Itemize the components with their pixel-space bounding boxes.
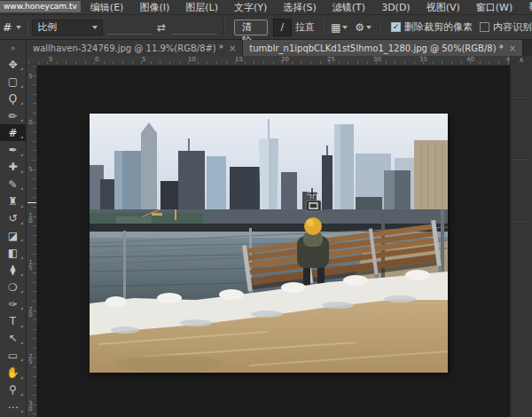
ruler-label: 5 — [27, 167, 34, 172]
straighten-button[interactable]: ∕ — [273, 19, 292, 36]
grid-overlay-icon: ▦ — [331, 21, 340, 34]
delete-cropped-pixels-checkbox[interactable]: ✓ 删除裁剪的像素 — [391, 20, 473, 34]
chevron-down-icon — [342, 26, 348, 29]
ruler-label: 5 — [142, 56, 145, 63]
crop-cursor-badge — [306, 201, 321, 211]
menu-item[interactable]: 编辑(E) — [82, 1, 132, 14]
ruler-label: 0 — [95, 56, 98, 63]
menu-item[interactable]: 图层(L) — [177, 1, 226, 14]
menu-item[interactable]: 视图(V) — [419, 1, 468, 14]
hand-tool[interactable]: ✋ — [0, 364, 26, 381]
shape-tool[interactable]: ▭ — [0, 347, 26, 364]
brush-tool[interactable]: ✎ — [0, 176, 26, 193]
type-tool[interactable]: T — [0, 312, 26, 329]
divider — [379, 20, 380, 35]
blur-tool[interactable]: ⧫ — [0, 262, 26, 279]
dodge-tool[interactable]: ❍ — [0, 279, 26, 295]
menu-item[interactable]: 帮助(H) — [520, 1, 532, 14]
panel-divider — [512, 96, 530, 98]
checkbox-checked-icon: ✓ — [391, 22, 401, 32]
crop-tool[interactable]: # — [0, 124, 26, 141]
path-selection-tool[interactable]: ↖ — [0, 330, 26, 347]
close-icon[interactable]: × — [229, 43, 236, 53]
panel-dock-strip — [510, 56, 532, 417]
clone-stamp-tool[interactable]: ♜ — [0, 193, 26, 209]
ruler-cursor-marker — [27, 202, 36, 203]
document-tab-title: tumblr_n1ipqbCLKd1st5lhmo1_1280.jpg @ 50… — [249, 43, 503, 53]
healing-brush-tool[interactable]: ✚ — [0, 159, 26, 176]
menu-items: 编辑(E)图像(I)图层(L)文字(Y)选择(S)滤镜(T)3D(D)视图(V)… — [82, 0, 532, 14]
menu-item[interactable]: 图像(I) — [131, 1, 177, 14]
photo-canvas[interactable] — [90, 114, 448, 373]
content-aware-checkbox[interactable]: 内容识别 — [480, 20, 532, 34]
divider — [223, 20, 225, 35]
chevron-down-icon — [92, 26, 98, 29]
lasso-tool[interactable]: Ϙ — [0, 90, 26, 107]
edit-toolbar[interactable]: ⋯ — [0, 398, 26, 415]
document-tabs: wallhaven-324769.jpg @ 11.9%(RGB/8#) * ×… — [27, 40, 523, 56]
content-aware-label: 内容识别 — [493, 20, 532, 34]
photoshop-window: www.honeycam.tv 编辑(E)图像(I)图层(L)文字(Y)选择(S… — [0, 0, 532, 417]
yellow-beanie — [304, 217, 322, 235]
clear-button[interactable]: 清除 — [234, 20, 267, 35]
ruler-label: 25 — [27, 354, 34, 365]
quick-selection-tool[interactable]: ✏ — [0, 107, 26, 124]
panel-divider — [512, 158, 530, 160]
ruler-label: 40 — [466, 56, 474, 63]
ruler-label: 10 — [27, 213, 34, 224]
ruler-label: 35 — [419, 56, 427, 63]
swap-dimensions-icon[interactable]: ⇄ — [157, 21, 166, 34]
crop-settings-button[interactable]: ⚙ — [355, 21, 372, 34]
ruler-label: 20 — [281, 56, 289, 63]
document-tab[interactable]: tumblr_n1ipqbCLKd1st5lhmo1_1280.jpg @ 50… — [243, 40, 523, 56]
crop-icon: # — [3, 20, 12, 34]
canvas-pasteboard — [37, 66, 510, 417]
zoom-tool[interactable]: ⚲ — [0, 382, 26, 398]
menu-item[interactable]: 窗口(W) — [468, 1, 520, 14]
menu-item[interactable]: 滤镜(T) — [325, 1, 373, 14]
horizontal-ruler[interactable]: 5051015202530354045 — [27, 56, 510, 66]
menu-item[interactable]: 选择(S) — [275, 1, 325, 14]
marquee-tool[interactable]: ▢ — [0, 73, 26, 90]
chevron-down-icon — [16, 26, 21, 29]
ruler-label: 5 — [27, 74, 34, 79]
document-tab-bar: » wallhaven-324769.jpg @ 11.9%(RGB/8#) *… — [0, 40, 532, 56]
crop-height-field[interactable] — [171, 20, 216, 35]
ruler-label: 5 — [49, 56, 52, 63]
move-tool[interactable]: ✥ — [0, 56, 26, 73]
ruler-label: 15 — [27, 260, 34, 271]
crop-ratio-value: 比例 — [37, 20, 57, 34]
ruler-label: 25 — [327, 56, 335, 63]
eraser-tool[interactable]: ◪ — [0, 227, 26, 244]
dock-collapse-button[interactable]: ∧ — [515, 55, 528, 65]
crop-tool-options-button[interactable]: # — [0, 20, 24, 34]
history-brush-tool[interactable]: ↺ — [0, 210, 26, 227]
panel-divider — [512, 220, 530, 222]
checkbox-unchecked-icon — [480, 22, 489, 32]
ruler-label: 0 — [27, 120, 34, 125]
gradient-tool[interactable]: ◧ — [0, 244, 26, 261]
eyedropper-tool[interactable]: ✒ — [0, 141, 26, 158]
menu-item[interactable]: 文字(Y) — [226, 1, 275, 14]
divider — [322, 20, 324, 35]
document-tab[interactable]: wallhaven-324769.jpg @ 11.9%(RGB/8#) * × — [27, 40, 243, 56]
straighten-icon: ∕ — [281, 21, 285, 33]
crop-width-field[interactable] — [106, 20, 152, 35]
watermark: www.honeycam.tv — [0, 1, 81, 12]
close-icon[interactable]: × — [509, 43, 516, 53]
divider — [27, 20, 29, 35]
crane — [152, 213, 162, 216]
document-tab-title: wallhaven-324769.jpg @ 11.9%(RGB/8#) * — [33, 43, 223, 53]
vertical-ruler[interactable]: 5051015202530 — [27, 66, 37, 417]
menu-item[interactable]: 3D(D) — [373, 2, 419, 13]
menu-bar: www.honeycam.tv 编辑(E)图像(I)图层(L)文字(Y)选择(S… — [0, 0, 532, 15]
pen-tool[interactable]: ✑ — [0, 295, 26, 312]
overlay-options-button[interactable]: ▦ — [331, 21, 348, 34]
tools-panel-collapse-button[interactable]: » — [0, 40, 27, 56]
ruler-label: 15 — [235, 56, 243, 63]
crop-ratio-dropdown[interactable]: 比例 — [32, 20, 102, 35]
crane — [175, 209, 176, 220]
delete-cropped-pixels-label: 删除裁剪的像素 — [404, 20, 473, 34]
gear-icon: ⚙ — [355, 21, 364, 34]
ruler-label: 20 — [27, 307, 34, 318]
